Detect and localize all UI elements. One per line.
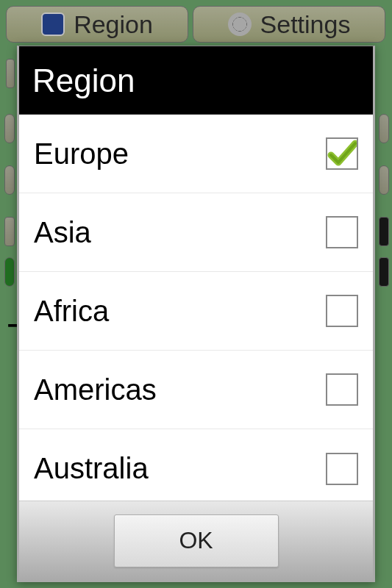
bg-settings-label: Settings (260, 10, 351, 39)
checkbox[interactable] (326, 137, 358, 170)
region-item-asia[interactable]: Asia (19, 193, 373, 272)
check-icon (327, 139, 357, 168)
checkbox[interactable] (326, 453, 358, 485)
region-list: Europe Asia Africa Americas Australia (19, 115, 373, 501)
region-item-africa[interactable]: Africa (19, 272, 373, 351)
bg-region-button: Region (6, 6, 188, 43)
checkbox[interactable] (326, 373, 358, 406)
bg-shape (4, 114, 15, 143)
region-dialog: Region Europe Asia Africa Americas (17, 46, 375, 582)
bg-shape (379, 165, 389, 195)
region-item-australia[interactable]: Australia (19, 429, 373, 501)
bg-shape (379, 114, 389, 143)
region-item-europe[interactable]: Europe (19, 115, 373, 193)
region-item-label: Africa (34, 295, 109, 328)
bg-shape (4, 217, 15, 246)
bg-region-label: Region (74, 10, 153, 39)
region-item-label: Australia (34, 452, 149, 485)
globe-icon (41, 12, 65, 36)
bg-shape (379, 257, 389, 287)
region-item-americas[interactable]: Americas (19, 351, 373, 429)
bg-shape (379, 217, 389, 246)
region-item-label: Americas (34, 373, 157, 406)
checkbox[interactable] (326, 295, 358, 327)
region-item-label: Europe (34, 137, 129, 171)
bg-shape (6, 59, 15, 88)
dialog-footer: OK (19, 501, 373, 580)
gear-icon (228, 12, 252, 36)
ok-button[interactable]: OK (114, 514, 279, 567)
checkbox[interactable] (326, 216, 358, 248)
bg-settings-button: Settings (193, 6, 385, 43)
region-item-label: Asia (34, 216, 91, 249)
dialog-title: Region (19, 46, 373, 115)
bg-shape (4, 165, 15, 195)
bg-shape (4, 257, 15, 287)
